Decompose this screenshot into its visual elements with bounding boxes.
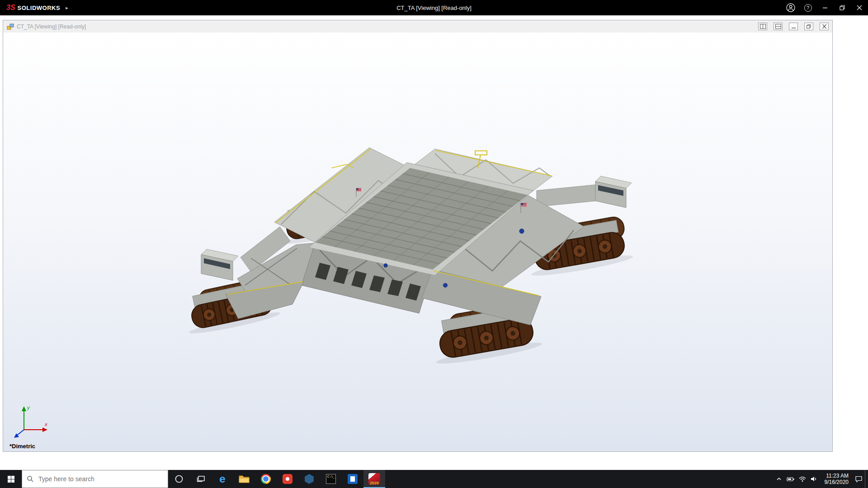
crawler-transporter-model bbox=[3, 33, 832, 451]
split-horizontal-icon bbox=[775, 24, 781, 29]
document-title: CT_TA [Viewing] [Read-only] bbox=[17, 23, 86, 30]
3d-viewport[interactable]: y x *Dimetric bbox=[3, 33, 832, 451]
x-axis-label: x bbox=[44, 422, 47, 427]
split-vertical-button[interactable] bbox=[758, 23, 767, 30]
solidworks-application-window: 3S SOLIDWORKS ▸ CT_TA [Viewing] [Read-on… bbox=[0, 0, 868, 488]
help-button[interactable]: ? bbox=[799, 0, 816, 15]
y-axis-label: y bbox=[27, 405, 30, 410]
wifi-icon bbox=[798, 475, 807, 483]
task-view-icon bbox=[196, 475, 205, 483]
blue-window-app-icon bbox=[348, 474, 358, 484]
tray-expand-button[interactable] bbox=[773, 470, 785, 488]
speaker-icon bbox=[810, 475, 818, 483]
windows-taskbar: e C:\_ 2020 bbox=[0, 470, 868, 488]
account-button[interactable] bbox=[782, 0, 799, 15]
solidworks-logo: 3S SOLIDWORKS bbox=[0, 4, 63, 12]
help-icon: ? bbox=[804, 4, 812, 12]
cortana-icon bbox=[175, 474, 184, 483]
system-tray: 11:23 AM 9/16/2020 bbox=[773, 470, 868, 488]
command-prompt-button[interactable]: C:\_ bbox=[320, 470, 342, 488]
chrome-icon bbox=[261, 474, 271, 484]
mdi-client-area: CT_TA [Viewing] [Read-only] bbox=[0, 15, 868, 470]
chevron-up-icon bbox=[775, 475, 783, 483]
solidworks-app-icon: 2020 bbox=[368, 473, 380, 485]
control-cab-left bbox=[201, 249, 238, 280]
doc-close-button[interactable] bbox=[820, 23, 829, 30]
battery-button[interactable] bbox=[785, 470, 797, 488]
close-button[interactable] bbox=[851, 0, 868, 15]
assembly-document-icon bbox=[7, 23, 14, 30]
doc-minimize-button[interactable] bbox=[789, 23, 798, 30]
start-icon bbox=[7, 475, 15, 483]
command-prompt-icon: C:\_ bbox=[326, 474, 336, 484]
view-orientation-label: *Dimetric bbox=[9, 443, 35, 450]
minimize-button[interactable] bbox=[816, 0, 834, 15]
clock-time: 11:23 AM bbox=[826, 473, 849, 479]
dassault-3ds-mark: 3S bbox=[6, 4, 15, 12]
search-input[interactable] bbox=[38, 475, 163, 483]
document-window-controls bbox=[758, 23, 829, 30]
action-center-icon bbox=[855, 475, 863, 483]
edge-icon: e bbox=[219, 474, 225, 484]
doc-restore-icon bbox=[806, 24, 812, 29]
taskbar-clock[interactable]: 11:23 AM 9/16/2020 bbox=[820, 470, 853, 488]
doc-close-icon bbox=[821, 24, 827, 29]
show-desktop-button[interactable] bbox=[865, 470, 868, 488]
hexagon-app-button[interactable] bbox=[298, 470, 320, 488]
action-center-button[interactable] bbox=[853, 470, 865, 488]
window-title: CT_TA [Viewing] [Read-only] bbox=[396, 5, 472, 11]
solidworks-year-badge: 2020 bbox=[368, 481, 380, 485]
solidworks-taskbar-button[interactable]: 2020 bbox=[363, 470, 385, 488]
restore-icon bbox=[840, 5, 845, 10]
restore-button[interactable] bbox=[834, 0, 851, 15]
blue-window-app-button[interactable] bbox=[342, 470, 363, 488]
split-horizontal-button[interactable] bbox=[774, 23, 783, 30]
hexagon-app-icon bbox=[304, 474, 314, 484]
split-vertical-icon bbox=[760, 24, 766, 29]
red-app-icon bbox=[283, 474, 292, 484]
file-explorer-icon bbox=[239, 474, 250, 483]
menu-expand-chevron-icon[interactable]: ▸ bbox=[63, 5, 71, 11]
start-button[interactable] bbox=[0, 470, 22, 488]
solidworks-wordmark: SOLIDWORKS bbox=[18, 5, 61, 11]
volume-button[interactable] bbox=[808, 470, 820, 488]
close-icon bbox=[857, 5, 862, 10]
window-controls: ? bbox=[782, 0, 868, 15]
edge-button[interactable]: e bbox=[212, 470, 233, 488]
doc-restore-button[interactable] bbox=[804, 23, 813, 30]
account-icon bbox=[786, 3, 796, 13]
app-titlebar[interactable]: 3S SOLIDWORKS ▸ CT_TA [Viewing] [Read-on… bbox=[0, 0, 868, 15]
minimize-icon bbox=[822, 5, 828, 10]
doc-minimize-icon bbox=[791, 24, 797, 29]
document-titlebar[interactable]: CT_TA [Viewing] [Read-only] bbox=[3, 20, 832, 33]
taskbar-search[interactable] bbox=[22, 470, 168, 488]
red-app-button[interactable] bbox=[277, 470, 298, 488]
control-cab-right bbox=[595, 176, 632, 208]
document-window: CT_TA [Viewing] [Read-only] bbox=[3, 20, 833, 452]
orientation-triad: y x bbox=[10, 403, 54, 441]
file-explorer-button[interactable] bbox=[233, 470, 255, 488]
clock-date: 9/16/2020 bbox=[825, 479, 849, 485]
x-axis-arrow bbox=[42, 427, 47, 432]
task-view-button[interactable] bbox=[190, 470, 212, 488]
cortana-button[interactable] bbox=[168, 470, 190, 488]
chrome-button[interactable] bbox=[255, 470, 277, 488]
search-icon bbox=[27, 475, 34, 483]
network-button[interactable] bbox=[797, 470, 808, 488]
battery-icon bbox=[787, 475, 795, 483]
z-axis-arrow bbox=[17, 430, 24, 435]
y-axis-arrow bbox=[22, 406, 26, 411]
